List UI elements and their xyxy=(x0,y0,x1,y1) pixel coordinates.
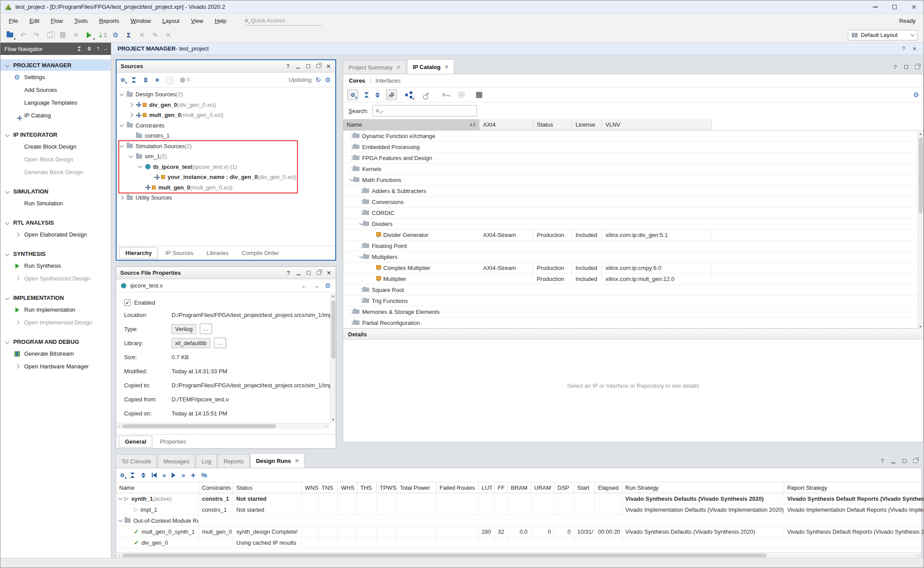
column-header-axi4[interactable]: AXI4 xyxy=(480,119,533,130)
help-icon[interactable]: ? xyxy=(97,46,99,51)
ip-vertical-scrollbar[interactable]: ▲ ▼ xyxy=(917,131,923,330)
back-arrow-icon[interactable]: ← xyxy=(301,282,308,289)
help-icon[interactable]: ? xyxy=(286,270,291,276)
close-icon[interactable]: ✕ xyxy=(326,63,331,69)
column-header-name[interactable]: Name xyxy=(116,482,199,493)
flow-item-open-elaborated-design[interactable]: Open Elaborated Design xyxy=(0,228,111,241)
expand-all-icon[interactable] xyxy=(87,47,92,51)
minimize-panel-icon[interactable]: – xyxy=(104,46,107,51)
report-summary-button[interactable]: Σ xyxy=(123,29,135,40)
ip-row-kernels[interactable]: Kernels xyxy=(343,164,923,175)
sources-tab-ip-sources[interactable]: IP Sources xyxy=(160,248,199,259)
menu-layout[interactable]: Layout xyxy=(157,18,185,24)
expander-closed-icon[interactable] xyxy=(129,113,133,117)
design-run-row-mult-gen-0-synth-1[interactable]: ✓mult_gen_0_synth_1mult_gen_0synth_desig… xyxy=(116,526,921,537)
ip-row-floating-point[interactable]: Floating Point xyxy=(343,240,923,251)
flow-item-add-sources[interactable]: Add Sources xyxy=(0,84,111,96)
column-header-uram[interactable]: URAM xyxy=(531,482,554,493)
flow-item-generate-bitstream[interactable]: Generate Bitstream xyxy=(0,347,111,360)
flow-section-header-ip-integrator[interactable]: IP INTEGRATOR xyxy=(0,129,111,140)
menu-flow[interactable]: Flow xyxy=(45,18,68,24)
tab-tcl-console[interactable]: Tcl Console xyxy=(116,454,157,468)
close-button[interactable]: ✕ xyxy=(904,0,924,14)
float-icon[interactable] xyxy=(317,271,321,275)
expander-open-icon[interactable] xyxy=(5,189,10,193)
maximize-icon[interactable] xyxy=(903,64,909,70)
scrollbar-thumb[interactable] xyxy=(331,300,335,359)
expander-open-icon[interactable] xyxy=(5,295,10,300)
tree-row-utility-sources[interactable]: Utility Sources xyxy=(117,193,335,203)
flow-section-header-synthesis[interactable]: SYNTHESIS xyxy=(0,248,111,259)
expand-all-icon[interactable] xyxy=(141,473,146,478)
column-header-name[interactable]: Name∧1 xyxy=(343,119,480,130)
flow-item-settings[interactable]: ⚙Settings xyxy=(0,71,111,84)
expander-open-icon[interactable] xyxy=(5,251,10,256)
design-run-row-impl-1[interactable]: ▷impl_1constrs_1Not startedVivado Implem… xyxy=(116,504,921,515)
ip-row-complex-multiplier[interactable]: Complex MultiplierAXI4-StreamProductionI… xyxy=(343,262,923,273)
hierarchy-view-button[interactable] xyxy=(403,89,414,100)
ip-row-divider-generator[interactable]: Divider GeneratorAXI4-StreamProductionIn… xyxy=(343,229,923,240)
field-input[interactable]: xil_defaultlib xyxy=(172,338,210,348)
menu-help[interactable]: Help xyxy=(209,18,232,24)
sources-tab-compile-order[interactable]: Compile Order xyxy=(236,248,285,259)
customize-ip-button[interactable] xyxy=(420,89,432,100)
ip-row-embedded-processing[interactable]: Embedded Processing xyxy=(343,142,923,153)
scroll-down-icon[interactable]: ▼ xyxy=(330,417,336,423)
sources-tab-libraries[interactable]: Libraries xyxy=(201,248,234,259)
next-icon[interactable]: » xyxy=(181,472,185,478)
collapse-all-icon[interactable] xyxy=(77,47,81,51)
column-header-ff[interactable]: FF xyxy=(495,482,508,493)
help-icon[interactable]: ? xyxy=(892,64,898,70)
expander-open-icon[interactable] xyxy=(5,132,10,137)
flow-item-language-templates[interactable]: Language Templates xyxy=(0,96,111,109)
flow-item-ip-catalog[interactable]: IP Catalog xyxy=(0,109,111,122)
expander-open-icon[interactable] xyxy=(5,63,10,67)
minimize-icon[interactable] xyxy=(296,68,300,69)
flow-item-open-implemented-design[interactable]: Open Implemented Design xyxy=(0,316,111,329)
generate-ip-button[interactable] xyxy=(455,89,467,100)
gear-icon[interactable]: ⚙ xyxy=(325,76,331,84)
expander-open-icon[interactable] xyxy=(118,496,123,500)
expander-closed-icon[interactable] xyxy=(15,320,19,325)
forward-arrow-icon[interactable]: → xyxy=(313,282,320,289)
tree-row-mult-gen-0[interactable]: mult_gen_0 (mult_gen_0.xci) xyxy=(117,110,335,120)
flow-item-generate-block-design[interactable]: Generate Block Design xyxy=(0,166,111,178)
tree-row-constraints[interactable]: Constraints xyxy=(117,120,335,131)
collapse-all-icon[interactable] xyxy=(131,77,136,83)
expander-open-icon[interactable] xyxy=(5,220,10,225)
scroll-right-icon[interactable]: › xyxy=(323,424,330,429)
tree-row-tb-ipcore-test[interactable]: tb_ipcore_test (ipcore_test.v) (1) xyxy=(117,162,335,172)
percent-icon[interactable]: % xyxy=(201,472,207,478)
close-tab-icon[interactable]: ✕ xyxy=(295,458,299,464)
minimize-icon[interactable] xyxy=(297,274,301,275)
sources-tab-hierarchy[interactable]: Hierarchy xyxy=(119,247,158,259)
collapse-all-icon[interactable] xyxy=(364,92,369,98)
column-header-status[interactable]: Status xyxy=(233,482,302,493)
tab-ip-catalog[interactable]: IP Catalog✕ xyxy=(407,59,455,74)
menu-window[interactable]: Window xyxy=(125,18,157,24)
column-header-failed-routes[interactable]: Failed Routes xyxy=(436,482,479,493)
flow-item-run-simulation[interactable]: Run Simulation xyxy=(0,197,111,210)
tab-project-summary[interactable]: Project Summary✕ xyxy=(343,60,406,74)
gear-icon[interactable]: ⚙ xyxy=(325,282,331,290)
scroll-left-icon[interactable]: ‹ xyxy=(116,424,122,429)
scroll-right-icon[interactable]: › xyxy=(915,553,921,558)
maximize-icon[interactable] xyxy=(306,64,310,68)
menu-edit[interactable]: Edit xyxy=(24,18,45,24)
ip-row-dynamic-function-exchange[interactable]: Dynamic Function eXchange xyxy=(343,131,923,142)
collapse-all-icon[interactable] xyxy=(130,473,135,478)
column-header-total-power[interactable]: Total Power xyxy=(397,482,436,493)
tree-row-your-instance-name-div-gen-0[interactable]: your_instance_name : div_gen_0 (div_gen_… xyxy=(117,172,335,182)
menu-tools[interactable]: Tools xyxy=(69,18,93,24)
minimize-icon[interactable] xyxy=(891,458,896,464)
tab-interfaces[interactable]: Interfaces xyxy=(375,77,400,84)
expander-closed-icon[interactable] xyxy=(129,102,133,107)
close-tab-icon[interactable]: ✕ xyxy=(444,64,448,70)
scrollbar-thumb[interactable] xyxy=(122,424,276,428)
expander-open-icon[interactable] xyxy=(120,143,124,148)
column-header-whs[interactable]: WHS xyxy=(338,482,357,493)
flow-item-open-hardware-manager[interactable]: Open Hardware Manager xyxy=(0,360,111,373)
cancel-button[interactable]: ✕ xyxy=(162,29,174,40)
flow-section-header-rtl-analysis[interactable]: RTL ANALYSIS xyxy=(0,217,111,228)
ip-row-trig-functions[interactable]: Trig Functions xyxy=(343,295,923,306)
